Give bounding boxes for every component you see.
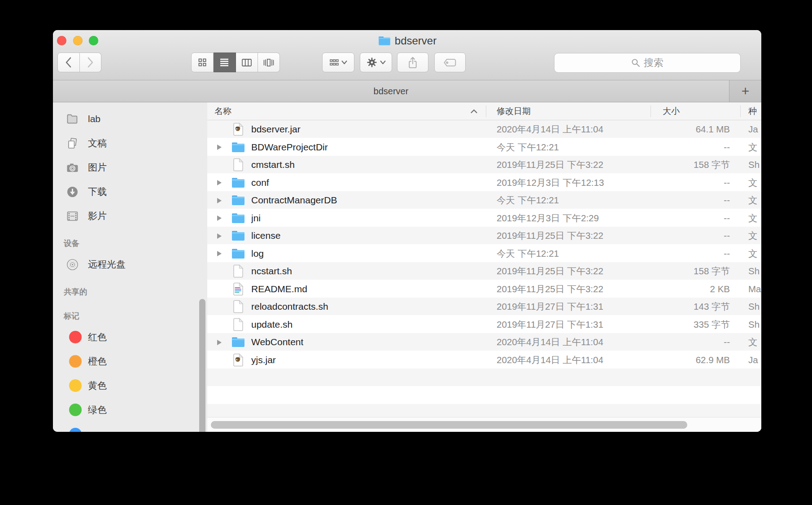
horizontal-scrollbar-track[interactable] bbox=[207, 417, 761, 432]
chevron-down-icon bbox=[341, 60, 347, 65]
folder-icon bbox=[231, 229, 245, 242]
file-row[interactable]: WebContent 2020年4月14日 上午11:04 -- 文 bbox=[207, 333, 761, 351]
disclosure-triangle-icon[interactable] bbox=[217, 340, 222, 345]
chevron-right-icon bbox=[86, 57, 95, 68]
file-date-modified: 2019年12月3日 下午12:13 bbox=[497, 174, 604, 192]
file-kind: 文 bbox=[748, 174, 761, 192]
column-divider[interactable] bbox=[650, 105, 651, 117]
jar-icon bbox=[231, 353, 245, 367]
icon-view-button[interactable] bbox=[191, 53, 214, 72]
list-view-button[interactable] bbox=[214, 53, 236, 72]
sidebar-label: 共享的 bbox=[53, 286, 87, 297]
main-area: lab 文稿 bbox=[53, 102, 761, 432]
file-size: -- bbox=[631, 191, 730, 209]
column-header-date-modified[interactable]: 修改日期 bbox=[497, 102, 531, 120]
file-size: -- bbox=[631, 245, 730, 263]
sidebar-row[interactable]: 远程光盘 bbox=[53, 252, 207, 277]
column-header-size[interactable]: 大小 bbox=[663, 102, 680, 120]
file-row[interactable]: jni 2019年12月3日 下午2:29 -- 文 bbox=[207, 209, 761, 227]
arrange-button[interactable] bbox=[322, 53, 354, 72]
disclosure-triangle-icon[interactable] bbox=[217, 215, 222, 221]
folder-icon bbox=[231, 247, 245, 260]
file-date-modified: 2020年4月14日 上午11:04 bbox=[497, 120, 603, 138]
file-size: 158 字节 bbox=[631, 156, 730, 174]
file-row[interactable]: reloadcontracts.sh 2019年11月27日 下午1:31 14… bbox=[207, 298, 761, 316]
disclosure-triangle-icon[interactable] bbox=[217, 180, 222, 185]
sidebar-row[interactable]: 标记 bbox=[53, 307, 207, 325]
column-view-icon bbox=[242, 59, 252, 66]
file-row[interactable]: conf 2019年12月3日 下午12:13 -- 文 bbox=[207, 174, 761, 192]
file-row[interactable]: bdserver.jar 2020年4月14日 上午11:04 64.1 MB … bbox=[207, 120, 761, 138]
tag-color-dot bbox=[69, 379, 82, 392]
file-kind: Sh bbox=[748, 316, 761, 334]
minimize-button[interactable] bbox=[73, 36, 83, 45]
file-row[interactable]: ContractManagerDB 今天 下午12:21 -- 文 bbox=[207, 191, 761, 209]
list-view-icon bbox=[220, 58, 229, 66]
horizontal-scrollbar-thumb[interactable] bbox=[211, 421, 687, 429]
titlebar[interactable]: bdserver 搜索 bbox=[53, 30, 761, 80]
window-title-area: bdserver bbox=[340, 33, 475, 49]
file-row[interactable]: BDWareProjectDir 今天 下午12:21 -- 文 bbox=[207, 138, 761, 156]
disclosure-triangle-icon[interactable] bbox=[217, 145, 222, 150]
search-input[interactable]: 搜索 bbox=[554, 53, 741, 73]
file-date-modified: 2019年11月25日 下午3:22 bbox=[497, 280, 603, 298]
forward-button[interactable] bbox=[80, 53, 102, 72]
sidebar-vertical-scrollbar[interactable] bbox=[199, 299, 205, 432]
column-view-button[interactable] bbox=[236, 53, 258, 72]
sidebar-row[interactable]: 影片 bbox=[53, 204, 207, 228]
plus-icon: + bbox=[742, 83, 750, 99]
sidebar-row[interactable]: 共享的 bbox=[53, 283, 207, 301]
file-row[interactable]: README.md 2019年11月25日 下午3:22 2 KB Ma bbox=[207, 280, 761, 298]
share-button[interactable] bbox=[397, 53, 428, 72]
close-button[interactable] bbox=[57, 36, 66, 45]
sidebar-row[interactable] bbox=[53, 422, 207, 432]
file-size: 143 字节 bbox=[631, 298, 730, 316]
zoom-button[interactable] bbox=[89, 36, 98, 45]
sidebar-row[interactable]: 红色 bbox=[53, 325, 207, 349]
file-date-modified: 2019年11月25日 下午3:22 bbox=[497, 262, 603, 280]
file-date-modified: 2019年11月25日 下午3:22 bbox=[497, 156, 603, 174]
column-header-kind[interactable]: 种 bbox=[748, 102, 757, 120]
tag-color-dot bbox=[69, 331, 82, 343]
file-row[interactable]: ncstart.sh 2019年11月25日 下午3:22 158 字节 Sh bbox=[207, 262, 761, 280]
sidebar-row[interactable]: 绿色 bbox=[53, 398, 207, 422]
navigation-buttons bbox=[57, 53, 101, 72]
file-name: cmstart.sh bbox=[251, 156, 295, 174]
file-date-modified: 2019年11月27日 下午1:31 bbox=[497, 298, 603, 316]
action-menu-button[interactable] bbox=[360, 53, 392, 72]
file-name: reloadcontracts.sh bbox=[251, 298, 328, 316]
disclosure-triangle-icon[interactable] bbox=[217, 233, 222, 239]
file-row[interactable]: license 2019年11月25日 下午3:22 -- 文 bbox=[207, 227, 761, 245]
file-date-modified: 2019年11月25日 下午3:22 bbox=[497, 227, 603, 245]
file-row[interactable]: log 今天 下午12:21 -- 文 bbox=[207, 245, 761, 263]
sidebar-row[interactable]: 设备 bbox=[53, 234, 207, 252]
desktop: { "window_controls": { "close_color": "#… bbox=[0, 0, 812, 505]
file-date-modified: 今天 下午12:21 bbox=[497, 138, 559, 156]
tag-button[interactable] bbox=[434, 53, 466, 72]
tag-color-dot bbox=[69, 404, 82, 416]
file-size: 335 字节 bbox=[631, 316, 730, 334]
file-date-modified: 2020年4月14日 上午11:04 bbox=[497, 351, 603, 369]
file-row[interactable]: cmstart.sh 2019年11月25日 下午3:22 158 字节 Sh bbox=[207, 156, 761, 174]
doc-icon bbox=[231, 300, 245, 313]
sidebar-row[interactable]: 文稿 bbox=[53, 131, 207, 155]
column-divider[interactable] bbox=[486, 105, 486, 117]
new-tab-button[interactable]: + bbox=[729, 80, 761, 102]
sidebar-row[interactable]: 图片 bbox=[53, 155, 207, 180]
column-divider[interactable] bbox=[740, 105, 741, 117]
disclosure-triangle-icon[interactable] bbox=[217, 251, 222, 256]
sidebar-row[interactable]: lab bbox=[53, 107, 207, 131]
coverflow-view-button[interactable] bbox=[258, 53, 280, 72]
tab-label: bdserver bbox=[374, 86, 409, 97]
file-row[interactable]: update.sh 2019年11月27日 下午1:31 335 字节 Sh bbox=[207, 316, 761, 334]
share-icon bbox=[407, 57, 418, 69]
file-kind: 文 bbox=[748, 138, 761, 156]
column-header-name[interactable]: 名称 bbox=[214, 102, 231, 120]
file-row[interactable]: yjs.jar 2020年4月14日 上午11:04 62.9 MB Ja bbox=[207, 351, 761, 369]
sidebar-row[interactable]: 黄色 bbox=[53, 373, 207, 398]
sidebar-row[interactable]: 橙色 bbox=[53, 349, 207, 373]
back-button[interactable] bbox=[57, 53, 80, 72]
tab-bdserver[interactable]: bdserver bbox=[53, 80, 729, 102]
disclosure-triangle-icon[interactable] bbox=[217, 198, 222, 203]
sidebar-row[interactable]: 下载 bbox=[53, 180, 207, 204]
